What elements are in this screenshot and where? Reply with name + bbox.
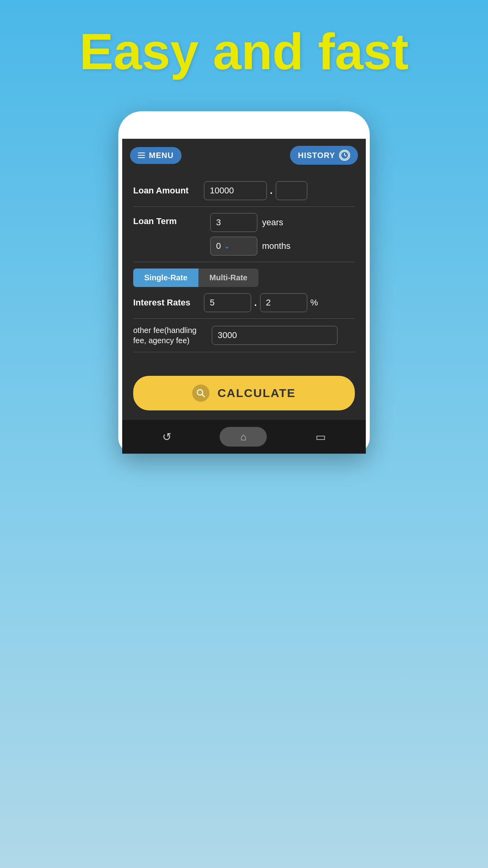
other-fee-input[interactable] bbox=[212, 326, 338, 345]
bottom-nav: ↺ ⌂ ▭ bbox=[122, 420, 366, 454]
menu-button[interactable]: MENU bbox=[130, 147, 182, 164]
decimal-dot: . bbox=[270, 185, 273, 196]
loan-amount-label: Loan Amount bbox=[133, 185, 204, 197]
months-row: 0 ⌄ months bbox=[210, 237, 290, 256]
loan-amount-inputs: . bbox=[204, 181, 307, 200]
chevron-down-icon: ⌄ bbox=[224, 242, 230, 250]
phone-top-bar bbox=[122, 123, 366, 139]
interest-rates-row: Interest Rates . % bbox=[133, 293, 355, 312]
back-icon[interactable]: ↺ bbox=[162, 430, 171, 443]
interest-rates-label: Interest Rates bbox=[133, 297, 204, 309]
loan-term-years-input[interactable] bbox=[210, 213, 257, 232]
interest-rate-inputs: . % bbox=[204, 293, 318, 312]
loan-amount-decimal-input[interactable] bbox=[276, 181, 307, 200]
months-value: 0 bbox=[216, 241, 221, 251]
years-unit: years bbox=[262, 217, 283, 228]
rate-tabs: Single-Rate Multi-Rate bbox=[133, 268, 259, 287]
other-fee-label: other fee(handling fee, agency fee) bbox=[133, 325, 212, 346]
loan-amount-row: Loan Amount . bbox=[133, 181, 355, 200]
calculate-section: CALCULATE bbox=[122, 368, 366, 420]
calculate-button[interactable]: CALCULATE bbox=[133, 376, 355, 410]
multi-rate-tab[interactable]: Multi-Rate bbox=[198, 268, 259, 287]
interest-rate-decimal-input[interactable] bbox=[260, 293, 307, 312]
home-button[interactable]: ⌂ bbox=[220, 427, 267, 447]
menu-label: MENU bbox=[149, 151, 174, 160]
months-dropdown[interactable]: 0 ⌄ bbox=[210, 237, 257, 256]
other-fee-row: other fee(handling fee, agency fee) bbox=[133, 325, 355, 346]
phone-screen: MENU HISTORY Loan Amount . bbox=[122, 139, 366, 454]
interest-dot: . bbox=[254, 297, 257, 308]
nav-bar: MENU HISTORY bbox=[122, 139, 366, 172]
svg-line-2 bbox=[202, 394, 205, 397]
history-label: HISTORY bbox=[298, 151, 335, 160]
years-row: years bbox=[210, 213, 290, 232]
months-unit: months bbox=[262, 241, 290, 251]
single-rate-tab[interactable]: Single-Rate bbox=[133, 268, 198, 287]
interest-rate-integer-input[interactable] bbox=[204, 293, 251, 312]
search-icon bbox=[192, 384, 209, 402]
form-area: Loan Amount . Loan Term years bbox=[122, 172, 366, 368]
hamburger-icon bbox=[138, 153, 145, 158]
divider-2 bbox=[133, 262, 355, 262]
term-inputs: years 0 ⌄ months bbox=[210, 213, 290, 256]
phone-wrapper: MENU HISTORY Loan Amount . bbox=[118, 111, 370, 454]
loan-term-label: Loan Term bbox=[133, 213, 204, 226]
headline: Easy and fast bbox=[0, 24, 488, 80]
calculate-label: CALCULATE bbox=[217, 386, 295, 400]
svg-point-1 bbox=[197, 390, 203, 395]
clock-icon bbox=[339, 150, 350, 161]
home-icon: ⌂ bbox=[240, 431, 247, 443]
loan-amount-integer-input[interactable] bbox=[204, 181, 267, 200]
divider-3 bbox=[133, 318, 355, 319]
divider-4 bbox=[133, 352, 355, 352]
percent-unit: % bbox=[310, 298, 318, 308]
loan-term-section: Loan Term years 0 ⌄ months bbox=[133, 213, 355, 256]
divider-1 bbox=[133, 206, 355, 207]
recents-icon[interactable]: ▭ bbox=[316, 430, 326, 443]
history-button[interactable]: HISTORY bbox=[290, 146, 358, 165]
